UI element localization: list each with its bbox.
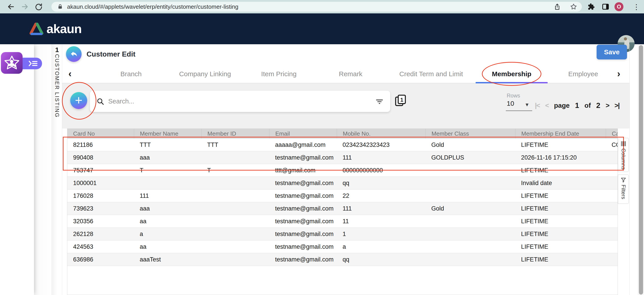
- table-cell: 11: [337, 215, 426, 228]
- tab-remark[interactable]: Remark: [339, 70, 362, 78]
- table-cell: [606, 190, 618, 202]
- duplicate-page-icon[interactable]: 1: [394, 94, 407, 108]
- app-header: akaun: [0, 13, 644, 44]
- table-row[interactable]: 990408aaatestname@gmail.com111GOLDPLUS20…: [67, 151, 618, 164]
- side-panel-icon[interactable]: [600, 0, 610, 13]
- table-row[interactable]: 821186TTTTTTaaaaa@gmail.com0234234232342…: [67, 139, 618, 151]
- rows-select-underline: [506, 110, 532, 111]
- first-page-button[interactable]: |<: [535, 102, 540, 109]
- table-cell: testname@gmail.com: [269, 177, 337, 189]
- back-button[interactable]: [66, 46, 82, 62]
- member-star-applet-icon[interactable]: [1, 52, 22, 74]
- tab-branch[interactable]: Branch: [120, 70, 142, 78]
- table-row[interactable]: 176028111testname@gmail.com22LIFETIME: [67, 190, 618, 202]
- browser-profile-avatar[interactable]: O: [614, 2, 624, 11]
- table-cell: 990408: [67, 151, 134, 164]
- rows-per-page-select[interactable]: 10: [507, 100, 514, 107]
- total-pages: 2: [596, 101, 600, 110]
- columns-icon: [620, 141, 626, 147]
- browser-back-icon[interactable]: [5, 0, 16, 13]
- share-icon[interactable]: [554, 3, 561, 10]
- table-row[interactable]: 739623aaatestname@gmail.com111GoldLIFETI…: [67, 202, 618, 215]
- columns-side-tab[interactable]: Columns: [618, 138, 629, 172]
- browser-forward-icon[interactable]: [19, 0, 30, 13]
- table-row[interactable]: 636986aaaTesttestname@gmail.comqqLIFETIM…: [67, 253, 618, 266]
- save-button[interactable]: Save: [596, 45, 627, 59]
- tab-membership[interactable]: Membership: [492, 70, 532, 78]
- tab-item-pricing[interactable]: Item Pricing: [261, 70, 296, 78]
- prev-page-button[interactable]: <: [545, 102, 549, 109]
- akaun-triangle-icon: [30, 22, 44, 35]
- last-page-button[interactable]: >|: [614, 102, 620, 109]
- table-cell: aaa: [134, 202, 202, 215]
- table-cell: LIFETIME: [515, 228, 606, 240]
- app-window: akaun.cloud/#/applets/wavelet/erp/entity…: [0, 0, 644, 295]
- applet-dock: [0, 44, 34, 295]
- rows-label: Rows: [507, 92, 520, 99]
- search-bar: [90, 91, 390, 112]
- table-row[interactable]: 424563aatestname@gmail.comaLIFETIME: [67, 241, 618, 253]
- content-edge-line: [630, 44, 630, 295]
- filter-lines-icon[interactable]: [376, 98, 384, 105]
- table-cell: LIFETIME: [515, 241, 606, 253]
- table-cell: LIFETIME: [515, 190, 606, 202]
- table-cell: GOLDPLUS: [426, 151, 516, 164]
- table-cell: LIFETIME: [515, 139, 606, 151]
- table-cell: [202, 228, 270, 240]
- table-cell: [202, 241, 270, 253]
- table-cell: testname@gmail.com: [269, 253, 337, 266]
- page-title: Customer Edit: [86, 50, 136, 58]
- tab-credit-term-and-limit[interactable]: Credit Term and Limit: [399, 70, 463, 78]
- table-row[interactable]: 753747TTtttt@gmail.com000000000000LIFETI…: [67, 164, 618, 177]
- filters-side-tab[interactable]: Filters: [618, 175, 629, 204]
- column-header: Email: [269, 129, 337, 139]
- table-cell: [202, 215, 270, 228]
- table-cell: T: [134, 164, 202, 177]
- table-cell: LIFETIME: [515, 202, 606, 215]
- extensions-puzzle-icon[interactable]: [586, 0, 596, 13]
- address-bar[interactable]: akaun.cloud/#/applets/wavelet/erp/entity…: [52, 2, 582, 12]
- table-cell: [606, 241, 618, 253]
- logo-text: akaun: [46, 21, 82, 36]
- table-cell: 636986: [67, 253, 134, 266]
- table-cell: T: [202, 164, 270, 177]
- table-cell: [606, 151, 618, 164]
- chevron-down-icon[interactable]: ▼: [524, 102, 530, 108]
- menu-expand-icon[interactable]: [20, 58, 42, 69]
- table-cell: TTT: [202, 139, 270, 151]
- table-cell: 1000001: [67, 177, 134, 189]
- membership-table: Card NoMember NameMember IDEmailMobile N…: [67, 128, 618, 295]
- table-cell: testname@gmail.com: [269, 215, 337, 228]
- search-input[interactable]: [108, 98, 376, 105]
- table-row[interactable]: 1000001testname@gmail.comqqInvalid date: [67, 177, 618, 190]
- browser-menu-icon[interactable]: ⋮: [633, 3, 640, 11]
- workspace-tab-customer-listing[interactable]: 1 CUSTOMER LISTING: [52, 44, 62, 295]
- dock-gap: [34, 44, 52, 295]
- table-row[interactable]: 320356aatestname@gmail.com11LIFETIME: [67, 215, 618, 228]
- next-page-button[interactable]: >: [606, 102, 609, 109]
- tabs-scroll-right-icon[interactable]: ›: [617, 68, 620, 79]
- table-cell: [606, 215, 618, 228]
- table-row[interactable]: 262128atestname@gmail.com1LIFETIME: [67, 228, 618, 241]
- column-header: Member ID: [202, 129, 270, 139]
- table-cell: testname@gmail.com: [269, 151, 337, 164]
- tab-company-linking[interactable]: Company Linking: [179, 70, 231, 78]
- column-header: Card No: [67, 129, 134, 139]
- table-cell: [202, 190, 270, 202]
- table-cell: qq: [337, 177, 426, 189]
- add-button[interactable]: +: [70, 92, 87, 109]
- scrollbar-thumb[interactable]: [639, 45, 643, 295]
- column-header: Member Name: [134, 129, 202, 139]
- table-cell: aaaTest: [134, 253, 202, 266]
- current-page: 1: [575, 101, 579, 110]
- table-cell: a: [337, 241, 426, 253]
- table-cell: [426, 228, 516, 240]
- bookmark-star-icon[interactable]: [570, 3, 577, 10]
- tab-employee[interactable]: Employee: [568, 70, 598, 78]
- tabs-scroll-left-icon[interactable]: ‹: [68, 68, 72, 79]
- table-cell: 000000000000: [337, 164, 426, 177]
- table-cell: aaaaa@gmail.com: [269, 139, 337, 151]
- table-cell: CO: [606, 139, 618, 151]
- browser-reload-icon[interactable]: [33, 0, 44, 13]
- table-header-row: Card NoMember NameMember IDEmailMobile N…: [67, 129, 618, 139]
